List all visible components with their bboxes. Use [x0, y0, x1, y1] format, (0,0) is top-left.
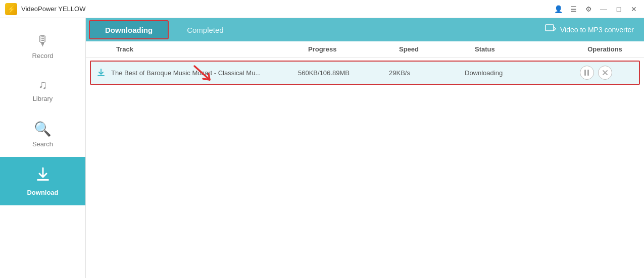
sidebar-item-search[interactable]: 🔍 Search: [0, 112, 85, 157]
col-header-track: Track: [116, 45, 308, 53]
library-icon: ♫: [38, 78, 47, 92]
col-header-progress: Progress: [308, 45, 399, 53]
maximize-button[interactable]: □: [614, 4, 624, 14]
pause-button[interactable]: [580, 66, 594, 80]
title-bar: ⚡ VideoPower YELLOW 👤 ☰ ⚙ — □ ✕: [0, 0, 644, 18]
svg-rect-2: [97, 75, 105, 76]
col-header-status: Status: [475, 45, 566, 53]
svg-rect-0: [37, 179, 49, 181]
title-bar-left: ⚡ VideoPower YELLOW: [5, 3, 85, 15]
app-title: VideoPower YELLOW: [21, 5, 85, 13]
sidebar-item-record[interactable]: 🎙 Record: [0, 23, 85, 69]
svg-rect-4: [587, 70, 589, 76]
sidebar: 🎙 Record ♫ Library 🔍 Search Download: [0, 18, 86, 278]
list-icon[interactable]: ☰: [568, 4, 578, 14]
converter-label: Video to MP3 converter: [560, 26, 634, 34]
sidebar-item-label-library: Library: [33, 95, 53, 102]
sidebar-item-label-search: Search: [32, 140, 53, 148]
tab-bar: Downloading Completed Video to MP3 conve…: [86, 18, 644, 41]
main-layout: 🎙 Record ♫ Library 🔍 Search Download: [0, 18, 644, 278]
close-button[interactable]: ✕: [629, 4, 639, 14]
table-row: The Best of Baroque Music Mozart - Class…: [90, 61, 640, 85]
sidebar-item-label-download: Download: [27, 189, 58, 196]
row-progress: 560KB/106.89MB: [298, 69, 389, 77]
table-header: Track Progress Speed Status Operations: [86, 41, 644, 58]
cancel-button[interactable]: [598, 66, 612, 80]
app-logo: ⚡: [5, 3, 17, 15]
search-icon: 🔍: [34, 121, 52, 137]
svg-rect-1: [546, 25, 554, 31]
tab-completed[interactable]: Completed: [172, 18, 239, 41]
tab-downloading[interactable]: Downloading: [89, 20, 169, 39]
record-icon: 🎙: [36, 32, 50, 49]
row-status: Downloading: [465, 69, 553, 77]
table-body: The Best of Baroque Music Mozart - Class…: [86, 58, 644, 278]
row-operations: [553, 66, 639, 80]
svg-rect-3: [584, 70, 586, 76]
download-icon: [35, 166, 51, 186]
user-icon[interactable]: 👤: [553, 4, 563, 14]
sidebar-item-library[interactable]: ♫ Library: [0, 69, 85, 112]
row-download-icon: [91, 68, 111, 77]
sidebar-item-label-record: Record: [32, 52, 54, 60]
title-bar-controls: 👤 ☰ ⚙ — □ ✕: [551, 4, 639, 14]
sidebar-item-download[interactable]: Download: [0, 157, 85, 205]
converter-button[interactable]: Video to MP3 converter: [535, 24, 644, 36]
col-header-speed: Speed: [399, 45, 475, 53]
gear-icon[interactable]: ⚙: [583, 4, 593, 14]
row-track-name: The Best of Baroque Music Mozart - Class…: [111, 69, 298, 77]
content-area: Downloading Completed Video to MP3 conve…: [86, 18, 644, 278]
converter-icon: [545, 24, 556, 36]
col-header-operations: Operations: [566, 45, 644, 53]
minimize-button[interactable]: —: [599, 4, 609, 14]
row-speed: 29KB/s: [389, 69, 465, 77]
